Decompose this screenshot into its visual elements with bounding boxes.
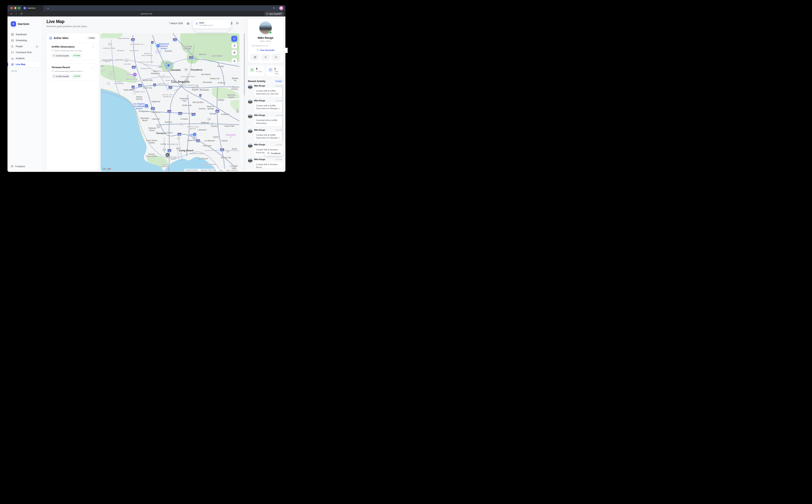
sidebar-item-label: Live Map — [16, 63, 25, 66]
ask-chatgpt-button[interactable]: Ask ChatGPT — [264, 12, 284, 16]
browser-tab[interactable]: G Garrizon — [22, 5, 44, 11]
map-label: BRENTWOOD — [126, 78, 138, 80]
highway-shield-110: 110 — [185, 78, 188, 81]
map-pins-button[interactable] — [231, 50, 237, 55]
sidebar-item-live-map[interactable]: Live Map — [9, 62, 40, 67]
settings-button[interactable] — [261, 54, 270, 60]
activity-scrollbar[interactable] — [282, 85, 283, 141]
zoom-window-button[interactable] — [18, 7, 20, 9]
active-sites-title: Active Sites — [54, 37, 68, 40]
map-label: Bellflower — [201, 122, 209, 124]
report-error-link[interactable]: Report a map error — [226, 169, 238, 171]
terms-link[interactable]: Terms — [219, 169, 223, 171]
live-map[interactable]: NORTHRIDGEPANORAMA CITYCANOGA PARKRESEDA… — [101, 33, 239, 171]
floating-feedback-button[interactable]: Feedback — [265, 151, 283, 156]
view-full-profile-link[interactable]: View full profile — [251, 49, 281, 51]
hollywood-burbank-airport-pin[interactable]: ✈ — [156, 43, 160, 48]
guards-label: 0 Active Guards — [56, 75, 69, 77]
map-label: NORTH LONG BEACH — [187, 126, 199, 130]
map-label: Santa Monica — [124, 89, 135, 91]
map-label: Hacienda Heights — [227, 94, 235, 98]
map-label: Midway City — [221, 157, 231, 159]
sign-out-button[interactable] — [272, 54, 281, 60]
map-label: Los Angeles — [171, 80, 190, 84]
keyboard-shortcuts-link[interactable]: Keyboard shortcuts — [186, 169, 198, 171]
guards-label: 0 Active Guards — [56, 55, 69, 57]
sidebar-item-label: Scheduling — [16, 39, 27, 42]
highway-shield-405: 405 — [151, 107, 155, 110]
edit-profile-button[interactable] — [251, 54, 260, 60]
window-controls[interactable] — [10, 7, 20, 9]
sidebar-more[interactable]: MORE — [11, 70, 38, 72]
the-getty-pin[interactable] — [133, 72, 137, 77]
browser-search-icon[interactable] — [273, 7, 275, 9]
site-card[interactable]: Griffith Observatory2800 E Observatory R… — [49, 43, 96, 60]
sidebar-item-label: Dashboard — [16, 33, 27, 36]
minimize-window-button[interactable] — [14, 7, 16, 9]
site-address: 2800 E Observatory Rd, Los Ange... — [54, 50, 83, 52]
sidebar-item-incidents[interactable]: Incidents — [9, 56, 40, 61]
map-label: basas — [101, 65, 104, 67]
browser-profile-avatar[interactable]: TE — [279, 6, 283, 10]
activity-time: 11:50 AM — [275, 159, 282, 160]
reload-button[interactable] — [20, 13, 23, 15]
map-label: Los Angeles International Airport — [133, 103, 145, 110]
map-label: TARZANA — [115, 59, 123, 61]
map-label: El Monte — [218, 82, 225, 84]
site-card[interactable]: Terranea Resort100 Terranea Way, Rancho … — [49, 63, 96, 81]
activity-text: Created shift at Griffith Observatory fo… — [254, 132, 282, 141]
map-sites-toggle-button[interactable] — [231, 36, 237, 42]
activity-avatar — [248, 99, 252, 104]
active-guards-pill: 0 Active Guards — [51, 54, 70, 58]
sidebar-item-dashboard[interactable]: Dashboard — [9, 32, 40, 37]
address-bar-url[interactable]: garrizon.net — [141, 13, 152, 15]
highway-shield-605: 605 — [220, 148, 224, 151]
sidebar-feedback-button[interactable]: Feedback — [11, 165, 25, 168]
map-label: West Hollywood — [151, 70, 160, 75]
map-label: Manhattan Beach — [140, 117, 149, 122]
chevron-right-icon[interactable] — [92, 45, 94, 49]
stats-row: 0On Duty1Shifts Today — [248, 66, 283, 77]
map-label: Montebello — [200, 89, 209, 91]
sidebar-item-label: People — [16, 45, 23, 48]
activity-user: Mike Rouge — [254, 129, 265, 131]
highway-shield-110: 110 — [168, 86, 172, 89]
sidebar-item-scheduling[interactable]: Scheduling — [9, 38, 40, 43]
griffith-site-dot[interactable] — [167, 64, 170, 66]
map-label: South Gate — [182, 104, 192, 107]
highway-shield-210: 210 — [173, 38, 177, 41]
site-name: Griffith Observatory — [51, 45, 94, 48]
new-tab-button[interactable]: + — [46, 6, 50, 10]
map-label: La Ha — [236, 109, 239, 113]
users-icon — [250, 67, 254, 72]
map-label: CENTRAL LA — [158, 83, 169, 85]
logout-button[interactable] — [236, 22, 239, 25]
highway-shield-605: 605 — [215, 110, 220, 113]
right-panel: Mike Rouge admin · Demo demo@garrizon.ne… — [246, 16, 285, 172]
highway-shield-405: 405 — [177, 133, 182, 136]
map-label: Burbank — [165, 50, 172, 52]
sidebar: G Garrizon DashboardSchedulingPeople3Com… — [7, 16, 42, 172]
sidebar-item-command-chat[interactable]: Command Chat — [9, 50, 40, 55]
status-badge: ACTIVE — [72, 74, 82, 78]
forward-button[interactable] — [15, 13, 18, 15]
highway-shield-2: 2 — [187, 73, 190, 76]
map-locate-button[interactable] — [231, 58, 237, 64]
map-heatmap-button[interactable] — [231, 43, 237, 48]
lax-airport-pin[interactable]: ✈ — [144, 104, 149, 108]
chevron-right-icon[interactable] — [92, 66, 94, 69]
highway-shield-47: 47 — [177, 137, 180, 140]
close-window-button[interactable] — [10, 7, 13, 9]
map-label: NORTHRIDGE — [118, 38, 129, 39]
content-scrollbar[interactable] — [244, 33, 245, 171]
user-popover[interactable]: Demo demo@garrizon.net — [193, 20, 231, 28]
terranea-site-marker[interactable] — [165, 152, 170, 157]
status-badge: ACTIVE — [72, 54, 82, 58]
map-label: Pasadena — [191, 68, 202, 71]
lgb-airport-pin[interactable]: ✈ — [193, 132, 197, 137]
back-button[interactable] — [10, 13, 13, 15]
sidebar-item-people[interactable]: People3 — [9, 44, 40, 49]
header-date: 7 March 2026 — [169, 22, 183, 25]
activity-item: Mike Rouge11:50 AMCreated shift at Griff… — [248, 99, 282, 112]
date-picker-button[interactable] — [185, 20, 191, 27]
